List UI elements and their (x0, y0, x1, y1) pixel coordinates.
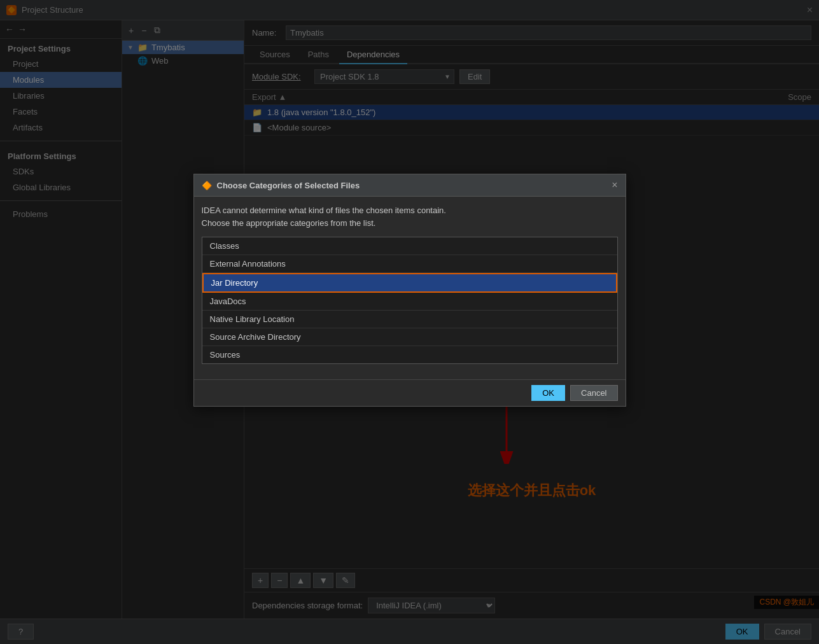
dialog-title-text: Choose Categories of Selected Files (217, 181, 360, 190)
dialog-app-icon: 🔶 (202, 181, 212, 190)
dialog-list[interactable]: Classes External Annotations Jar Directo… (202, 237, 618, 364)
dialog-ok-button[interactable]: OK (531, 385, 565, 401)
list-item-classes[interactable]: Classes (202, 237, 617, 255)
dialog-body: IDEA cannot determine what kind of files… (194, 197, 626, 379)
dialog-close-button[interactable]: × (612, 179, 617, 191)
dialog-overlay: 🔶 Choose Categories of Selected Files × … (0, 0, 819, 644)
list-item-classes-label: Classes (210, 241, 239, 251)
list-item-jar-directory[interactable]: Jar Directory (202, 273, 617, 293)
list-item-source-archive-label: Source Archive Directory (210, 332, 301, 342)
app-container: 🔶 Project Structure × ← → Project Settin… (0, 0, 819, 644)
list-item-external-annotations-label: External Annotations (210, 259, 286, 269)
dialog-desc-line1: IDEA cannot determine what kind of files… (202, 206, 446, 215)
list-item-sources[interactable]: Sources (202, 346, 617, 364)
dialog-desc-line2: Choose the appropriate categories from t… (202, 218, 376, 228)
list-item-source-archive[interactable]: Source Archive Directory (202, 328, 617, 346)
dialog-cancel-button[interactable]: Cancel (570, 385, 617, 401)
dialog-description: IDEA cannot determine what kind of files… (202, 204, 618, 229)
list-item-native-library-label: Native Library Location (210, 314, 295, 324)
list-item-native-library[interactable]: Native Library Location (202, 311, 617, 328)
list-item-sources-label: Sources (210, 350, 241, 360)
list-item-javadocs[interactable]: JavaDocs (202, 293, 617, 311)
dialog-title-bar: 🔶 Choose Categories of Selected Files × (194, 174, 626, 197)
dialog: 🔶 Choose Categories of Selected Files × … (193, 174, 626, 407)
list-item-external-annotations[interactable]: External Annotations (202, 255, 617, 273)
dialog-footer: OK Cancel (194, 379, 626, 406)
list-item-jar-directory-label: Jar Directory (211, 278, 258, 288)
list-item-javadocs-label: JavaDocs (210, 297, 246, 306)
dialog-title: 🔶 Choose Categories of Selected Files (202, 181, 360, 190)
